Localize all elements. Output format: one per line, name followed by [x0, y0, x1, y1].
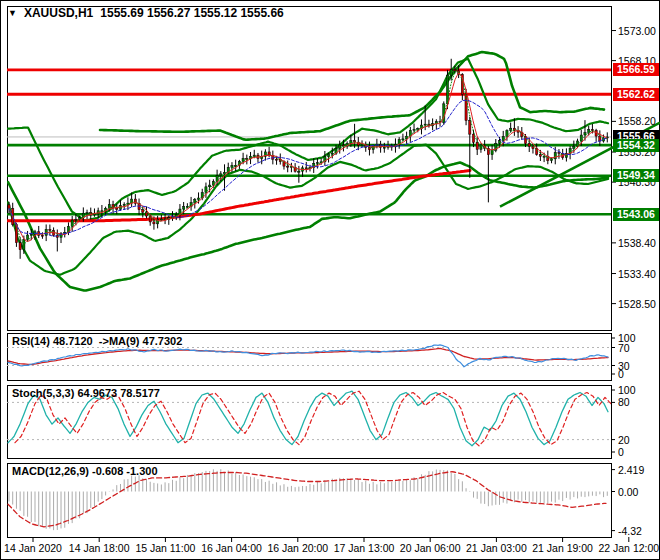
price-tick-label: 1538.40 [618, 237, 656, 249]
price-level-badge: 1562.62 [613, 88, 659, 101]
price-level-badge: 1549.34 [613, 169, 659, 182]
indicator-scale-label: 70 [618, 342, 630, 354]
indicator-scale-label: 0 [618, 446, 624, 458]
time-axis-label: 17 Jan 13:00 [334, 542, 395, 554]
time-axis-label: 16 Jan 20:00 [267, 542, 328, 554]
time-axis-label: 20 Jan 06:00 [400, 542, 461, 554]
chart-title-bar: ▼ XAUUSD,H1 1555.69 1556.27 1555.12 1555… [8, 6, 284, 20]
time-axis-label: 16 Jan 04:00 [201, 542, 262, 554]
time-axis-label: 14 Jan 18:00 [69, 542, 130, 554]
indicator-scale-label: 0 [618, 368, 624, 380]
time-axis-label: 22 Jan 12:00 [598, 542, 659, 554]
indicator-scale-label: 0.00 [618, 486, 638, 498]
price-level-badge: 1554.32 [613, 139, 659, 152]
price-tick-label: 1528.50 [618, 298, 656, 310]
macd-indicator-label: MACD(12,26,9) -0.608 -1.300 [12, 465, 158, 477]
indicator-scale-label: 20 [618, 434, 630, 446]
price-tick-label: 1558.20 [618, 115, 656, 127]
rsi-indicator-label: RSI(14) 48.7120 ->MA(9) 47.7302 [12, 335, 182, 347]
indicator-scale-label: 80 [618, 396, 630, 408]
indicator-scale-label: 100 [618, 384, 636, 396]
price-tick-label: 1573.00 [618, 25, 656, 37]
symbol-dropdown-icon[interactable]: ▼ [8, 6, 17, 20]
stoch-indicator-label: Stoch(5,3,3) 64.9673 78.5177 [12, 387, 160, 399]
time-axis-label: 15 Jan 11:00 [135, 542, 195, 554]
time-axis-label: 21 Jan 03:00 [466, 542, 527, 554]
trading-chart-window: ▼ XAUUSD,H1 1555.69 1556.27 1555.12 1555… [0, 0, 660, 560]
price-level-badge: 1543.06 [613, 208, 659, 221]
indicator-scale-label: -4.32 [618, 525, 642, 537]
price-tick-label: 1533.40 [618, 268, 656, 280]
price-level-badge: 1566.59 [613, 63, 659, 76]
symbol-period-label: XAUUSD,H1 [24, 6, 93, 20]
ohlc-values: 1555.69 1556.27 1555.12 1555.66 [100, 6, 284, 20]
time-axis-label: 21 Jan 19:00 [532, 542, 593, 554]
time-axis-label: 14 Jan 2020 [4, 542, 62, 554]
indicator-scale-label: 2.419 [618, 464, 644, 476]
